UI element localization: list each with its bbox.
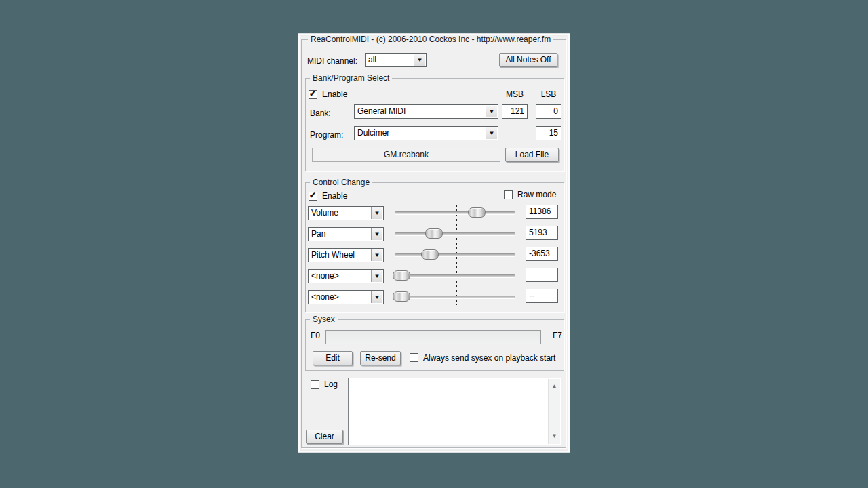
program-label: Program: xyxy=(310,131,343,140)
dropdown-button[interactable]: ▼ xyxy=(371,249,382,261)
cc-row: Pan ▼ 5193 xyxy=(298,226,570,243)
cc-value-field[interactable] xyxy=(526,268,558,282)
cc-row: <none> ▼ -- xyxy=(298,289,570,306)
cc-select[interactable]: <none> ▼ xyxy=(308,269,384,283)
dropdown-button[interactable]: ▼ xyxy=(414,54,425,66)
slider-track[interactable] xyxy=(395,274,515,277)
slider-thumb[interactable] xyxy=(393,291,410,302)
slider-thumb[interactable] xyxy=(425,228,443,239)
cc-value-field[interactable]: -3653 xyxy=(526,247,558,261)
window-title: ReaControlMIDI - (c) 2006-2010 Cockos In… xyxy=(308,35,553,44)
lsb-column-label: LSB xyxy=(536,90,561,99)
cc-value: Volume xyxy=(311,207,371,219)
slider-thumb[interactable] xyxy=(468,207,486,218)
slider-track[interactable] xyxy=(395,296,515,298)
always-send-sysex-label[interactable]: Always send sysex on playback start xyxy=(423,354,555,363)
checkmark-icon: ✔ xyxy=(309,89,316,98)
raw-mode-checkbox[interactable]: ✔ xyxy=(504,190,513,199)
chevron-down-icon: ▼ xyxy=(370,291,383,303)
sysex-f7-label: F7 xyxy=(553,331,562,340)
bank-select[interactable]: General MIDI ▼ xyxy=(354,104,498,119)
chevron-down-icon: ▼ xyxy=(370,228,383,240)
slider-track[interactable] xyxy=(395,211,515,214)
cc-value-field[interactable]: -- xyxy=(526,289,558,303)
cc-select[interactable]: <none> ▼ xyxy=(308,290,384,304)
dropdown-button[interactable]: ▼ xyxy=(371,291,382,303)
slider-thumb[interactable] xyxy=(393,270,410,281)
sysex-edit-button[interactable]: Edit xyxy=(313,351,353,365)
chevron-down-icon: ▼ xyxy=(370,207,383,219)
dropdown-button[interactable]: ▼ xyxy=(371,228,382,240)
sysex-title: Sysex xyxy=(310,314,338,324)
log-textarea[interactable]: ▲ ▼ xyxy=(348,378,561,445)
chevron-down-icon: ▼ xyxy=(370,270,383,282)
load-file-button[interactable]: Load File xyxy=(505,148,559,162)
bank-value: General MIDI xyxy=(357,105,486,117)
slider-track[interactable] xyxy=(395,253,515,256)
cc-select[interactable]: Pan ▼ xyxy=(308,227,384,241)
program-value: Dulcimer xyxy=(357,127,486,139)
cc-value: <none> xyxy=(311,291,371,303)
cc-select[interactable]: Volume ▼ xyxy=(308,206,384,220)
cc-value: Pitch Wheel xyxy=(311,249,371,261)
bank-file-display: GM.reabank xyxy=(312,148,500,162)
raw-mode-label[interactable]: Raw mode xyxy=(517,190,556,199)
log-label[interactable]: Log xyxy=(324,380,338,389)
cc-row: <none> ▼ xyxy=(298,268,570,285)
cc-value-field[interactable]: 5193 xyxy=(526,226,558,240)
sysex-data-display xyxy=(326,330,541,344)
bank-enable-checkbox[interactable]: ✔ xyxy=(309,90,317,99)
clear-button[interactable]: Clear xyxy=(306,430,343,444)
bank-label: Bank: xyxy=(310,109,331,118)
scroll-down-icon[interactable]: ▼ xyxy=(549,433,560,440)
dropdown-button[interactable]: ▼ xyxy=(371,207,382,219)
cc-enable-label[interactable]: Enable xyxy=(322,192,347,201)
program-select[interactable]: Dulcimer ▼ xyxy=(354,126,498,140)
all-notes-off-button[interactable]: All Notes Off xyxy=(499,53,557,67)
slider-track[interactable] xyxy=(395,232,515,235)
dropdown-button[interactable]: ▼ xyxy=(486,127,497,139)
cc-value-field[interactable]: 11386 xyxy=(526,205,558,219)
reacontrolmidi-window: ReaControlMIDI - (c) 2006-2010 Cockos In… xyxy=(298,33,570,453)
checkmark-icon: ✔ xyxy=(309,190,316,200)
lsb-field[interactable]: 0 xyxy=(536,104,561,119)
midi-channel-value: all xyxy=(368,54,414,66)
log-checkbox[interactable]: ✔ xyxy=(311,380,319,389)
program-number-field[interactable]: 15 xyxy=(536,126,561,140)
scroll-up-icon[interactable]: ▲ xyxy=(549,383,560,390)
midi-channel-label: MIDI channel: xyxy=(307,57,357,66)
cc-enable-checkbox[interactable]: ✔ xyxy=(309,192,317,201)
control-change-title: Control Change xyxy=(310,178,372,187)
cc-select[interactable]: Pitch Wheel ▼ xyxy=(308,248,384,262)
always-send-sysex-checkbox[interactable]: ✔ xyxy=(410,353,418,362)
chevron-down-icon: ▼ xyxy=(413,54,426,66)
log-scrollbar[interactable]: ▲ ▼ xyxy=(548,379,560,444)
chevron-down-icon: ▼ xyxy=(485,127,498,139)
cc-value: Pan xyxy=(311,228,371,240)
bank-enable-label[interactable]: Enable xyxy=(322,90,347,99)
chevron-down-icon: ▼ xyxy=(370,249,383,261)
sysex-f0-label: F0 xyxy=(311,331,320,340)
chevron-down-icon: ▼ xyxy=(485,106,498,117)
dropdown-button[interactable]: ▼ xyxy=(486,106,497,117)
msb-field[interactable]: 121 xyxy=(502,104,528,119)
sysex-resend-button[interactable]: Re-send xyxy=(360,351,401,365)
cc-value: <none> xyxy=(311,270,371,282)
dropdown-button[interactable]: ▼ xyxy=(371,270,382,282)
desktop-background: ReaControlMIDI - (c) 2006-2010 Cockos In… xyxy=(0,0,868,488)
slider-thumb[interactable] xyxy=(421,249,439,260)
bank-program-title: Bank/Program Select xyxy=(310,73,392,83)
msb-column-label: MSB xyxy=(502,90,528,99)
cc-row: Pitch Wheel ▼ -3653 xyxy=(298,247,570,264)
cc-row: Volume ▼ 11386 xyxy=(298,205,570,222)
midi-channel-select[interactable]: all ▼ xyxy=(365,53,427,67)
